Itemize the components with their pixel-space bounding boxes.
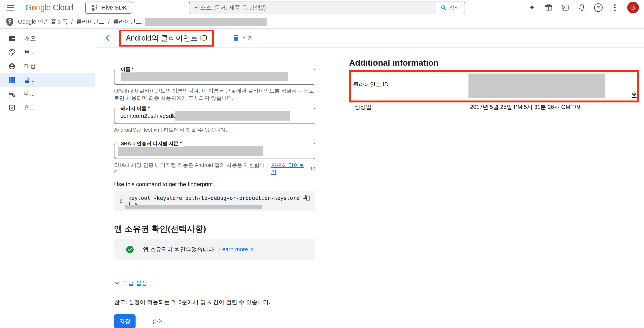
trash-icon [233,34,239,41]
client-id-annotation-box: 클라이언트 ID [349,70,639,102]
sidebar-item-label: 데... [24,90,35,98]
advanced-settings-label: 고급 설정 [122,279,147,287]
top-app-bar: G o o g l e Cloud Hive SDK 리소스, 문서, 제품 등… [0,0,644,15]
keytool-command-block: $ keytool -keystore path-to-debug-or-pro… [114,191,315,211]
form-actions: 저장 취소 [114,314,315,328]
gift-icon[interactable] [544,3,553,12]
save-button[interactable]: 저장 [114,314,136,328]
sidebar-nav: 개요 브... 대상 [0,29,95,328]
topbar-actions: ? p [528,0,639,15]
more-options-icon[interactable] [611,3,619,12]
sidebar-item-branding[interactable]: 브... [0,45,95,59]
account-avatar[interactable]: p [627,2,639,13]
sha1-redacted-value [118,146,263,156]
project-name: Hive SDK [102,4,127,11]
auth-platform-shield-icon [6,17,14,26]
project-hexagons-icon [91,4,98,11]
sidebar-item-audience[interactable]: 대상 [0,59,95,73]
page-header: Android의 클라이언트 ID 삭제 [96,29,644,47]
cancel-button[interactable]: 취소 [150,317,164,326]
client-edit-form: 이름 * OAuth 2.0 클라이언트의 이름입니다. 이 이름은 콘솔에서 … [114,47,315,328]
logo-cloud-text: Cloud [53,3,73,12]
command-redacted-line [125,205,262,209]
sidebar-item-data-access[interactable]: 데... [0,87,95,101]
external-link-icon [249,247,254,252]
search-input[interactable]: 리소스, 문서, 제품 등 검색(/) [190,2,436,14]
propagation-note: 참고: 설정이 적용되는 데 5분에서 몇 시간이 걸릴 수 있습니다. [114,298,315,306]
package-name-value: com.com2us.hivesdk [120,113,175,119]
learn-more-link-label: Learn more [219,246,248,253]
created-date-label: 생성일 [354,103,470,111]
copy-icon[interactable] [304,194,311,201]
back-arrow-icon[interactable] [105,33,114,42]
name-redacted-value [121,72,288,81]
breadcrumb-separator: / [108,19,110,25]
sidebar-item-label: 브... [24,48,35,56]
fingerprint-hint-text: Use this command to get the fingerprint. [114,178,315,187]
sidebar-item-label: 인... [24,104,35,112]
search-icon [440,5,447,11]
learn-more-link-sha1[interactable]: 자세히 알아보기 [271,162,315,176]
package-field-label: 패키지 이름 * [119,105,152,112]
advanced-settings-toggle[interactable]: 고급 설정 [114,279,315,287]
package-helper-text: AndroidManifest.xml 파일에서 찾을 수 있습니다. [114,126,315,134]
search-bar: 리소스, 문서, 제품 등 검색(/) 검색 [189,1,465,14]
external-link-icon [310,166,315,171]
name-field-label: 이름 * [119,66,136,72]
logo-letter: o [32,3,36,12]
dashboard-icon [8,35,16,42]
logo-letter: l [45,3,46,12]
breadcrumb-redacted-client-name [145,18,267,26]
sidebar-item-label: 클... [24,76,35,84]
list-gear-icon [8,90,16,98]
row-divider [354,73,634,74]
created-date-value: 2017년 5월 25일 PM 5시 31분 26초 GMT+9 [470,103,580,111]
sidebar-item-label: 개요 [24,34,36,42]
chevron-down-icon [114,280,120,286]
download-icon[interactable] [630,90,638,99]
name-helper-text: OAuth 2.0 클라이언트의 이름입니다. 이 이름은 콘솔에서 클라이언트… [114,87,315,102]
help-icon[interactable]: ? [594,3,603,12]
delete-button[interactable]: 삭제 [233,34,254,42]
sha1-helper-text: SHA-1 서명 인증서 디지털 지문은 Android 앱의 사용을 제한합니… [114,162,270,176]
created-date-row: 생성일 2017년 5월 25일 PM 5시 31분 26초 GMT+9 [349,102,639,112]
client-id-redacted-value [468,74,605,98]
person-icon [8,62,16,70]
breadcrumb-separator: / [71,19,73,25]
logo-letter: g [40,3,44,12]
logo-letter: G [25,3,32,12]
menu-icon[interactable] [7,5,14,10]
learn-more-link-ownership[interactable]: Learn more [219,246,254,253]
title-annotation-box: Android의 클라이언트 ID [119,30,214,46]
sha1-fingerprint-field[interactable]: SHA-1 인증서 디지털 지문 * [114,143,315,159]
package-redacted-suffix [175,111,290,121]
package-name-field[interactable]: 패키지 이름 * com.com2us.hivesdk [114,108,315,124]
additional-information-section: Additional information 클라이언트 ID 생성일 2017… [349,58,639,112]
ownership-section-heading: 앱 소유권 확인(선택사항) [114,223,315,234]
breadcrumb-detail-prefix: 클라이언트: [113,18,143,26]
sidebar-item-clients[interactable]: 클... [0,73,95,87]
delete-button-label: 삭제 [242,34,254,42]
sidebar-item-verification[interactable]: 인... [0,101,95,115]
logo-letter: e [46,3,50,12]
search-button[interactable]: 검색 [436,2,464,14]
gemini-sparkle-icon[interactable] [528,3,536,12]
project-selector[interactable]: Hive SDK [85,1,132,14]
palette-icon [8,49,16,56]
breadcrumb-section[interactable]: 클라이언트 [76,18,104,26]
sha1-field-label: SHA-1 인증서 디지털 지문 * [119,140,184,147]
apps-grid-icon [8,76,16,84]
notifications-bell-icon[interactable] [578,3,586,12]
sidebar-item-label: 대상 [24,62,36,70]
sidebar-item-overview[interactable]: 개요 [0,31,95,45]
verified-check-icon [126,245,134,254]
breadcrumb-root[interactable]: Google 인증 플랫폼 [18,18,68,26]
learn-more-link-label: 자세히 알아보기 [271,162,309,176]
cloud-shell-icon[interactable] [561,3,570,12]
logo-letter: o [36,3,40,12]
shell-prompt: $ [120,198,123,204]
google-cloud-logo[interactable]: G o o g l e Cloud [25,3,73,12]
search-button-label: 검색 [449,4,460,12]
name-field[interactable]: 이름 * [114,69,315,85]
gcp-console-page: G o o g l e Cloud Hive SDK 리소스, 문서, 제품 등… [0,0,644,328]
